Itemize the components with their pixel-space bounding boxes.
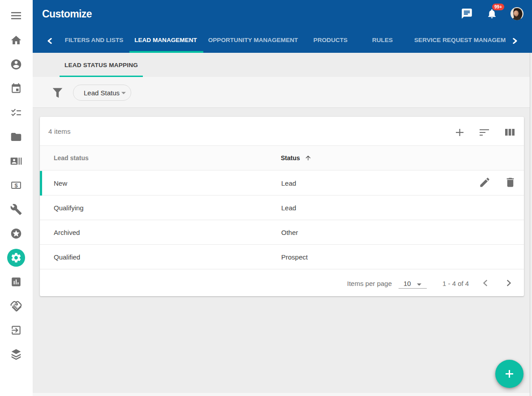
svg-text:$: $ <box>14 182 17 189</box>
